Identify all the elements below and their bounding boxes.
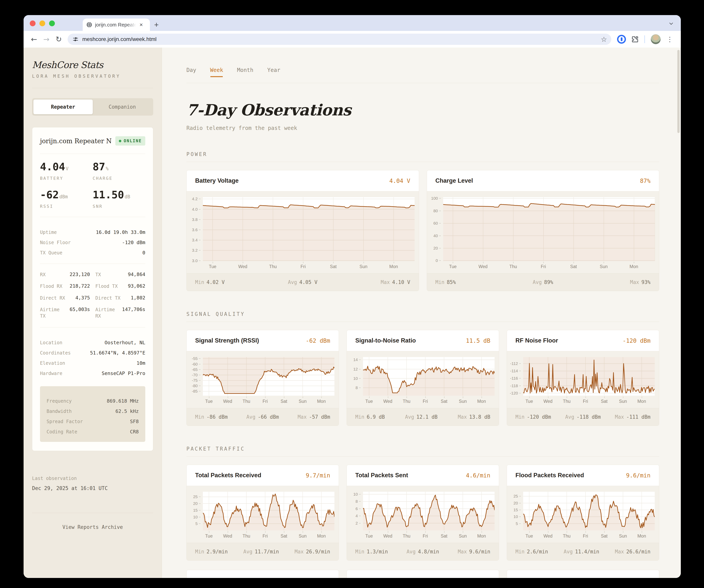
chart-title: Signal-to-Noise Ratio [355,337,416,344]
device-counters: RX223,120TX94,864Flood RX218,722Flood TX… [40,264,145,319]
y-axis-tick: 3.6 [192,227,200,232]
chart-current-value: -120 dBm [623,337,651,344]
y-axis-tick: -65 [192,367,200,372]
counter-value: 93,062 [128,283,145,289]
counter-row: RX223,120TX94,864 [40,272,145,278]
device-stat-label: CHARGE [93,176,145,181]
kv-label: Coordinates [40,350,71,356]
chart-grid: Signal Strength (RSSI) -62 dBm TueWedThu… [186,330,659,426]
close-window-button[interactable] [30,20,36,26]
chart-card-header: Direct Packets Sent 0.1/min [507,570,659,578]
stat-avg: Avg-118 dBm [565,414,601,420]
new-tab-button[interactable]: + [154,21,159,29]
mode-tab-companion[interactable]: Companion [93,100,152,114]
range-tab-month[interactable]: Month [237,67,253,83]
stat-max: Max-111 dBm [615,414,650,420]
x-axis-tick: Tue [526,533,533,539]
stat-max: Max13.8 dB [458,414,490,420]
counter-value: 1,802 [131,295,145,301]
stat-avg: Avg89% [533,279,553,285]
counter-row: Direct RX4,375Direct TX1,802 [40,295,145,301]
site-controls-icon[interactable] [72,36,79,43]
chart-plot: TueWedThuFriSatSunMon252015105 [203,492,335,530]
y-axis-tick: 80 [433,209,441,213]
chart-title: Battery Voltage [195,177,239,184]
y-axis-tick: -60 [192,362,200,367]
y-axis-tick: 8 [355,499,361,504]
x-axis-tick: Sun [459,533,467,539]
browser-tab[interactable]: jorijn.com Repeater N — Week × [83,18,150,31]
stat-avg: Avg-66 dBm [246,414,279,420]
stat-avg: Avg4.8/min [407,549,439,554]
x-axis-tick: Wed [478,264,488,269]
minimize-window-button[interactable] [40,20,45,26]
counter-label: RX [40,272,46,278]
x-axis-tick: Mon [389,264,398,269]
chart-body: TueWedThuFriSatSunMon4.24.03.83.63.43.23… [187,192,419,273]
device-stat-value: -62dBm [40,190,93,200]
y-axis-tick: 4 [355,514,361,518]
key-value-row: Uptime16.0d 19.0h 33.0m [40,229,145,235]
x-axis-tick: Fri [262,399,268,404]
range-tab-day[interactable]: Day [186,67,196,83]
range-tab-year[interactable]: Year [267,67,280,83]
mode-switcher: RepeaterCompanion [32,98,153,116]
y-axis-tick: -75 [192,378,200,383]
device-stat-value: 87% [93,162,145,172]
chart-title: Signal Strength (RSSI) [195,337,259,344]
x-axis-tick: Mon [317,399,326,404]
zoom-window-button[interactable] [49,20,55,26]
y-axis-tick: 100 [431,196,441,201]
x-axis-tick: Wed [543,533,552,539]
y-axis-tick: -55 [192,356,200,361]
tab-close-icon[interactable]: × [139,22,144,28]
chart-card-battery: Battery Voltage 4.04 V TueWedThuFriSatSu… [186,170,419,291]
x-axis-tick: Thu [403,533,411,539]
device-stat-label: BATTERY [40,176,93,181]
x-axis-tick: Wed [543,399,552,404]
profile-avatar[interactable] [651,34,661,44]
chart-body: TueWedThuFriSatSunMon252015105 [507,486,659,543]
view-reports-archive-link[interactable]: View Reports Archive [32,524,153,530]
app-subtitle: LORA MESH OBSERVATORY [32,74,153,79]
chart-card-rssi: Signal Strength (RSSI) -62 dBm TueWedThu… [186,330,339,426]
chart-card-rx: Total Packets Received 9.7/min TueWedThu… [186,465,339,560]
key-value-row: Coordinates51.6674°N, 4.8597°E [40,350,145,356]
chart-card-header: Charge Level 87% [427,170,659,192]
counter-cell: Flood RX218,722 [40,283,90,289]
mode-tab-repeater[interactable]: Repeater [34,100,93,114]
y-axis-tick: 3.8 [192,217,200,222]
counter-value: 223,120 [69,272,90,277]
device-card: jorijn.com Repeater N ONLINE 4.04VBATTER… [32,127,153,451]
x-axis-tick: Sat [441,399,448,404]
bookmark-star-icon[interactable]: ☆ [601,35,607,43]
y-axis-tick: 10 [514,514,521,519]
globe-favicon-icon [86,22,92,28]
address-bar[interactable]: meshcore.jorijn.com/week.html ☆ [68,34,611,45]
kv-value: 16.0d 19.0h 33.0m [96,229,145,235]
counter-cell: Airtime TX65,003s [40,307,90,319]
x-axis-tick: Thu [563,533,571,539]
x-axis-tick: Sun [619,533,627,539]
chart-current-value: 4.6/min [466,472,490,479]
x-axis-tick: Mon [637,533,646,539]
range-tab-week[interactable]: Week [210,67,223,83]
last-observation-label: Last observation [32,476,153,481]
extensions-puzzle-icon[interactable] [630,35,640,43]
forward-button[interactable]: → [41,34,52,45]
back-button[interactable]: ← [28,34,40,45]
password-manager-extension-icon[interactable] [617,35,626,44]
reload-button[interactable]: ↻ [53,34,64,45]
chart-grid: Total Packets Received 9.7/min TueWedThu… [186,465,659,560]
scrollbar-thumb[interactable] [677,50,680,133]
chart-footer: Min2.6/min Avg11.4/min Max26.6/min [507,543,659,560]
tab-search-chevron-icon[interactable] [667,19,676,28]
device-details: Uptime16.0d 19.0h 33.0mNoise Floor-120 d… [40,217,145,256]
counter-value: 94,864 [128,272,145,277]
x-axis-tick: Tue [365,533,373,539]
kv-label: Coding Rate [47,429,77,434]
chart-plot: TueWedThuFriSatSunMon108642 [363,492,494,530]
page-title: 7-Day Observations [186,101,659,119]
x-axis-tick: Fri [583,399,588,404]
browser-menu-icon[interactable]: ⋮ [664,35,676,43]
